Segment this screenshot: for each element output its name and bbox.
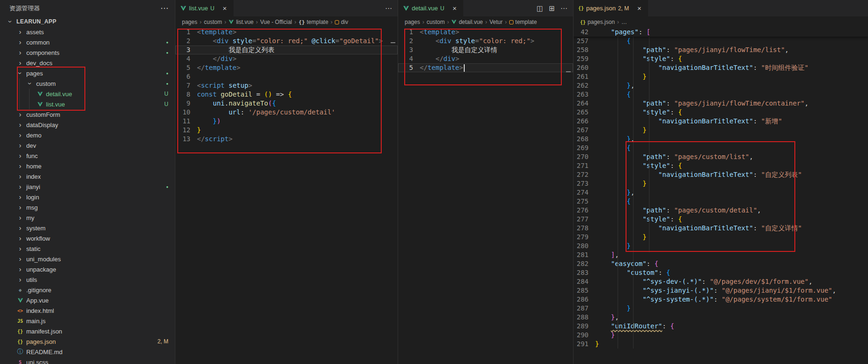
code-line[interactable]: 13</script> <box>175 135 398 144</box>
explorer-sidebar: 资源管理器 ⋯ ›LEARUN_APP›assets›common●›compo… <box>0 0 175 364</box>
code-line[interactable]: 11 }) <box>175 117 398 126</box>
tree-item-my[interactable]: ›my <box>0 212 175 223</box>
tree-item-.gitignore[interactable]: ◆.gitignore <box>0 285 175 295</box>
tree-item-pages.json[interactable]: {}pages.json2, M <box>0 336 175 347</box>
breadcrumb-item-Vue - Official[interactable]: Vue - Official <box>260 19 292 25</box>
tab-list-vue[interactable]: list.vue U × <box>175 0 234 16</box>
editor-content-detail-vue[interactable]: 1<template>2 <div style="color: red;">3 … <box>398 28 573 364</box>
git-status-badge: U <box>164 101 175 107</box>
code-line[interactable]: 5</template> <box>175 63 398 72</box>
tree-item-func[interactable]: ›func <box>0 151 175 161</box>
tree-item-login[interactable]: ›login <box>0 192 175 202</box>
indent-guide <box>649 37 649 252</box>
tree-item-customForm[interactable]: ›customForm <box>0 109 175 120</box>
tab-detail-vue[interactable]: detail.vue U × <box>398 0 464 16</box>
breadcrumb-item-template[interactable]: {}template <box>299 19 328 25</box>
tree-item-dev_docs[interactable]: ›dev_docs <box>0 58 175 68</box>
code-line[interactable]: 9 uni.navigateTo({ <box>175 99 398 108</box>
git-status-badge: 2, M <box>618 5 629 12</box>
tree-item-App.vue[interactable]: App.vue <box>0 295 175 305</box>
code-line[interactable]: 8const goDetail = () => { <box>175 90 398 99</box>
tree-item-custom[interactable]: ›custom● <box>0 78 175 89</box>
tree-item-unpackage[interactable]: ›unpackage <box>0 264 175 274</box>
code-line[interactable]: 12} <box>175 126 398 135</box>
tree-item-system[interactable]: ›system <box>0 223 175 233</box>
tab-pages-json[interactable]: {} pages.json 2, M × <box>574 0 649 16</box>
editor-layout-icon[interactable]: ⊞ <box>549 4 555 13</box>
tree-item-components[interactable]: ›components● <box>0 47 175 58</box>
code-line[interactable]: 4 </div> <box>398 54 573 63</box>
code-line[interactable]: 1<template> <box>398 28 573 37</box>
tree-item-dev[interactable]: ›dev <box>0 140 175 151</box>
code-line[interactable]: 3 我是自定义详情 <box>398 46 573 54</box>
tree-item-common[interactable]: ›common● <box>0 37 175 47</box>
split-editor-icon[interactable]: ◫ <box>536 4 543 13</box>
breadcrumb-item-template[interactable]: template <box>509 19 537 25</box>
code-line[interactable]: 5</template> <box>398 63 573 72</box>
tree-item-index.html[interactable]: <>index.html <box>0 305 175 316</box>
chevron-right-icon: › <box>15 212 25 223</box>
tree-item-label: msg <box>26 204 38 211</box>
chevron-right-icon: › <box>15 130 25 140</box>
tree-item-README.md[interactable]: ⓘREADME.md <box>0 347 175 357</box>
git-status-badge: U <box>210 5 214 12</box>
tree-item-index[interactable]: ›index <box>0 171 175 182</box>
breadcrumb-item-…[interactable]: … <box>621 19 627 25</box>
tree-item-msg[interactable]: ›msg <box>0 202 175 212</box>
close-icon[interactable]: × <box>450 4 459 12</box>
close-icon[interactable]: × <box>220 4 229 12</box>
breadcrumb-item-list.vue[interactable]: list.vue <box>228 19 253 25</box>
tree-item-label: demo <box>26 132 42 139</box>
line-number: 1 <box>398 28 420 37</box>
breadcrumb-item-Vetur[interactable]: Vetur <box>490 19 503 25</box>
tree-item-LEARUN_APP[interactable]: ›LEARUN_APP <box>0 16 175 27</box>
tree-item-list.vue[interactable]: list.vueU <box>0 99 175 109</box>
tree-indent-guide <box>29 89 30 109</box>
breadcrumb-item-pages[interactable]: pages <box>405 19 420 25</box>
code-line[interactable]: 42 "pages": [ <box>574 28 868 37</box>
tree-item-dataDisplay[interactable]: ›dataDisplay <box>0 120 175 130</box>
tree-item-label: system <box>26 225 45 232</box>
tree-item-jianyi[interactable]: ›jianyi● <box>0 182 175 192</box>
code-line[interactable]: 1<template> <box>175 28 398 37</box>
tree-item-label: App.vue <box>26 297 49 304</box>
breadcrumb-item-pages.json[interactable]: {}pages.json <box>580 19 615 25</box>
breadcrumb-item-pages[interactable]: pages <box>182 19 197 25</box>
explorer-title: 资源管理器 <box>9 4 40 13</box>
tree-item-main.js[interactable]: JSmain.js <box>0 316 175 326</box>
tree-item-uni_modules[interactable]: ›uni_modules <box>0 254 175 264</box>
git-status-dot: ● <box>166 51 175 55</box>
line-number: 9 <box>175 99 197 108</box>
tree-item-label: detail.vue <box>46 91 72 98</box>
editor-content-list-vue[interactable]: 1<template>2 <div style="color: red;" @c… <box>175 28 398 364</box>
tree-item-manifest.json[interactable]: {}manifest.json <box>0 326 175 336</box>
code-line[interactable]: 6 <box>175 72 398 81</box>
tree-item-assets[interactable]: ›assets <box>0 27 175 37</box>
code-line[interactable]: 2 <div style="color: red;" @click="goDet… <box>175 37 398 46</box>
code-line[interactable]: 3 我是自定义列表 <box>175 46 398 54</box>
tree-item-workflow[interactable]: ›workflow <box>0 233 175 243</box>
tree-item-label: main.js <box>26 318 45 325</box>
tree-item-uni.scss[interactable]: Suni.scss <box>0 357 175 364</box>
tree-item-home[interactable]: ›home <box>0 161 175 171</box>
code-line[interactable]: 4 </div> <box>175 54 398 63</box>
breadcrumb-item-detail.vue[interactable]: detail.vue <box>451 19 483 25</box>
tree-item-static[interactable]: ›static <box>0 243 175 254</box>
close-icon[interactable]: × <box>635 4 643 12</box>
line-number: 6 <box>175 72 197 81</box>
tree-item-pages[interactable]: ›pages● <box>0 68 175 78</box>
code-line[interactable]: 10 url: '/pages/custom/detail' <box>175 108 398 117</box>
tree-item-label: dev <box>26 142 36 149</box>
code-line[interactable]: 2 <div style="color: red;"> <box>398 37 573 46</box>
breadcrumb-item-div[interactable]: div <box>335 19 348 25</box>
breadcrumb-item-custom[interactable]: custom <box>427 19 445 25</box>
explorer-more-actions-icon[interactable]: ⋯ <box>160 3 168 13</box>
tree-item-detail.vue[interactable]: detail.vueU <box>0 89 175 99</box>
code-line[interactable]: 7<script setup> <box>175 81 398 90</box>
tree-item-utils[interactable]: ›utils <box>0 274 175 285</box>
more-actions-icon[interactable]: ⋯ <box>385 4 392 13</box>
line-number: 267 <box>574 126 595 135</box>
more-actions-icon[interactable]: ⋯ <box>560 4 567 13</box>
breadcrumb-item-custom[interactable]: custom <box>204 19 222 25</box>
tree-item-demo[interactable]: ›demo <box>0 130 175 140</box>
